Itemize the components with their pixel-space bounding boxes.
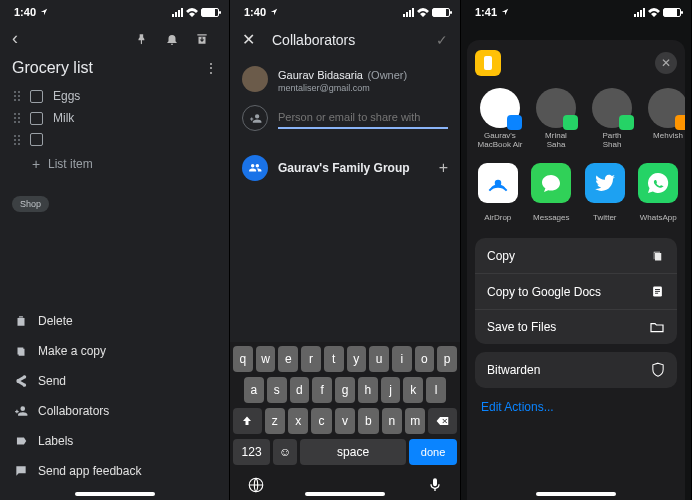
back-icon[interactable]: ‹ xyxy=(12,28,18,49)
menu-labels[interactable]: Labels xyxy=(0,426,229,456)
key-w[interactable]: w xyxy=(256,346,276,372)
status-time: 1:40 xyxy=(14,6,36,18)
keep-app-icon xyxy=(475,50,501,76)
signal-icon xyxy=(634,8,645,17)
close-icon[interactable]: ✕ xyxy=(655,52,677,74)
checklist-item[interactable]: Milk xyxy=(0,107,229,129)
key-123[interactable]: 123 xyxy=(233,439,270,465)
key-j[interactable]: j xyxy=(381,377,401,403)
key-z[interactable]: z xyxy=(265,408,285,434)
key-v[interactable]: v xyxy=(335,408,355,434)
more-icon[interactable]: ⋮ xyxy=(203,60,219,76)
key-n[interactable]: n xyxy=(382,408,402,434)
home-indicator[interactable] xyxy=(536,492,616,496)
key-x[interactable]: x xyxy=(288,408,308,434)
reminder-icon[interactable] xyxy=(165,32,187,46)
menu-feedback[interactable]: Send app feedback xyxy=(0,456,229,486)
home-indicator[interactable] xyxy=(75,492,155,496)
home-indicator[interactable] xyxy=(305,492,385,496)
menu-send[interactable]: Send xyxy=(0,366,229,396)
pin-icon[interactable] xyxy=(135,32,157,46)
checklist-item[interactable] xyxy=(0,129,229,150)
key-l[interactable]: l xyxy=(426,377,446,403)
checklist-label: Eggs xyxy=(53,89,80,103)
key-emoji[interactable]: ☺ xyxy=(273,439,297,465)
label-chip[interactable]: Shop xyxy=(12,196,49,212)
key-i[interactable]: i xyxy=(392,346,412,372)
location-icon xyxy=(501,8,509,16)
key-r[interactable]: r xyxy=(301,346,321,372)
archive-icon[interactable] xyxy=(195,32,217,46)
share-app-airdrop[interactable]: AirDrop xyxy=(475,163,521,224)
checkbox[interactable] xyxy=(30,133,43,146)
share-contact[interactable]: Mehvish xyxy=(643,88,685,149)
note-title[interactable]: Grocery list xyxy=(12,59,203,77)
signal-icon xyxy=(403,8,414,17)
key-shift[interactable] xyxy=(233,408,262,434)
add-list-item[interactable]: + List item xyxy=(0,150,229,176)
key-g[interactable]: g xyxy=(335,377,355,403)
app-tile xyxy=(585,163,625,203)
key-k[interactable]: k xyxy=(403,377,423,403)
key-backspace[interactable] xyxy=(428,408,457,434)
menu-collaborators[interactable]: Collaborators xyxy=(0,396,229,426)
key-a[interactable]: a xyxy=(244,377,264,403)
action-copy-gdocs[interactable]: Copy to Google Docs xyxy=(475,273,677,309)
share-contact[interactable]: MrinalSaha xyxy=(531,88,581,149)
owner-role: (Owner) xyxy=(367,69,407,81)
key-p[interactable]: p xyxy=(437,346,457,372)
drag-handle-icon[interactable] xyxy=(14,135,24,145)
checklist-item[interactable]: Eggs xyxy=(0,85,229,107)
action-bitwarden[interactable]: Bitwarden xyxy=(475,352,677,388)
share-app-twitter[interactable]: Twitter xyxy=(582,163,628,224)
share-icon xyxy=(14,374,38,388)
group-row[interactable]: Gaurav's Family Group + xyxy=(230,147,460,189)
checkbox[interactable] xyxy=(30,112,43,125)
globe-icon[interactable] xyxy=(247,476,265,494)
wifi-icon xyxy=(186,8,198,17)
share-app-messages[interactable]: Messages xyxy=(529,163,575,224)
share-contact[interactable]: ParthShah xyxy=(587,88,637,149)
battery-icon xyxy=(663,8,681,17)
mic-icon[interactable] xyxy=(427,476,443,494)
wifi-icon xyxy=(648,8,660,17)
share-input[interactable] xyxy=(278,107,448,129)
confirm-icon[interactable]: ✓ xyxy=(436,32,448,48)
add-icon[interactable]: + xyxy=(439,159,448,177)
menu-make-copy[interactable]: Make a copy xyxy=(0,336,229,366)
key-s[interactable]: s xyxy=(267,377,287,403)
menu-delete[interactable]: Delete xyxy=(0,306,229,336)
key-m[interactable]: m xyxy=(405,408,425,434)
svg-rect-5 xyxy=(655,293,658,294)
action-save-files[interactable]: Save to Files xyxy=(475,309,677,344)
close-icon[interactable]: ✕ xyxy=(242,30,262,49)
app-tile xyxy=(638,163,678,203)
key-o[interactable]: o xyxy=(415,346,435,372)
edit-actions-link[interactable]: Edit Actions... xyxy=(467,388,685,426)
key-d[interactable]: d xyxy=(290,377,310,403)
key-c[interactable]: c xyxy=(311,408,331,434)
avatar xyxy=(648,88,685,128)
drag-handle-icon[interactable] xyxy=(14,113,24,123)
key-done[interactable]: done xyxy=(409,439,457,465)
key-h[interactable]: h xyxy=(358,377,378,403)
key-e[interactable]: e xyxy=(278,346,298,372)
folder-icon xyxy=(649,320,665,334)
app-badge-icon xyxy=(563,115,578,130)
signal-icon xyxy=(172,8,183,17)
key-u[interactable]: u xyxy=(369,346,389,372)
doc-icon xyxy=(650,284,665,299)
key-q[interactable]: q xyxy=(233,346,253,372)
key-t[interactable]: t xyxy=(324,346,344,372)
battery-icon xyxy=(201,8,219,17)
key-y[interactable]: y xyxy=(347,346,367,372)
key-f[interactable]: f xyxy=(312,377,332,403)
action-copy[interactable]: Copy xyxy=(475,238,677,273)
share-contact[interactable]: Gaurav'sMacBook Air xyxy=(475,88,525,149)
checkbox[interactable] xyxy=(30,90,43,103)
drag-handle-icon[interactable] xyxy=(14,91,24,101)
screen-title: Collaborators xyxy=(272,32,436,48)
share-app-whatsapp[interactable]: WhatsApp xyxy=(636,163,682,224)
key-space[interactable]: space xyxy=(300,439,406,465)
key-b[interactable]: b xyxy=(358,408,378,434)
